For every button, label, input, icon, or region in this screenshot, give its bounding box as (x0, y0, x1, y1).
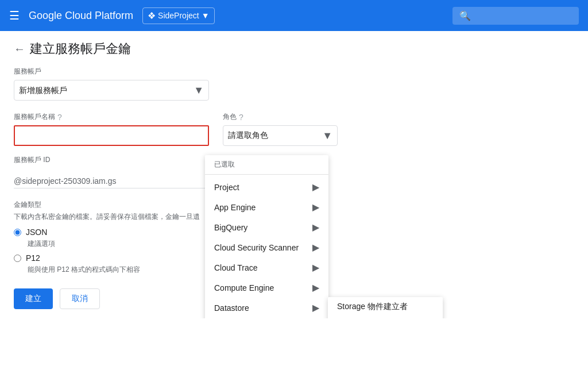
chevron-right-icon: ▶ (312, 222, 319, 233)
p12-radio[interactable] (14, 255, 21, 262)
page-content: ← 建立服務帳戶金鑰 服務帳戶 新增服務帳戶 ▼ 服務帳戶名稱 ? 服務帳戶 I… (0, 31, 588, 318)
dropdown-item-project-label: Project (214, 183, 239, 192)
p12-label: P12 (26, 253, 40, 263)
service-account-select[interactable]: 新增服務帳戶 ▼ (14, 80, 209, 101)
name-input-wrapper (14, 125, 209, 146)
dropdown-item-appengine-label: App Engine (214, 203, 256, 212)
service-account-section: 服務帳戶 新增服務帳戶 ▼ (14, 67, 574, 101)
project-dropdown-arrow: ▼ (202, 11, 210, 20)
menu-icon[interactable]: ☰ (9, 9, 20, 22)
service-account-dropdown[interactable]: 新增服務帳戶 (19, 86, 204, 95)
search-bar[interactable]: 🔍 (452, 7, 579, 25)
chevron-right-icon: ▶ (312, 282, 319, 293)
name-help-icon[interactable]: ? (57, 113, 62, 122)
json-radio[interactable] (14, 229, 21, 236)
sub-dropdown-menu: Storage 物件建立者 Storage 管理員 儲存空間 HMAC 金鑰管理… (328, 297, 443, 318)
name-input[interactable] (20, 131, 203, 140)
dropdown-item-compute-engine[interactable]: Compute Engine ▶ (205, 278, 328, 298)
search-icon: 🔍 (459, 10, 471, 21)
service-account-label: 服務帳戶 (14, 67, 574, 76)
dropdown-item-iam[interactable]: IAM ▶ (205, 318, 328, 318)
dropdown-item-bigquery[interactable]: BigQuery ▶ (205, 217, 328, 237)
dropdown-item-bigquery-label: BigQuery (214, 223, 247, 232)
name-field-label: 服務帳戶名稱 ? (14, 112, 209, 122)
dropdown-item-datastore-label: Datastore (214, 303, 249, 313)
main-dropdown-menu: 已選取 Project ▶ App Engine ▶ BigQuery ▶ Cl… (205, 155, 328, 318)
role-help-icon[interactable]: ? (239, 113, 243, 122)
id-field-label: 服務帳戶 ID (14, 155, 209, 165)
app-logo: Google Cloud Platform (29, 10, 133, 22)
dropdown-item-security-scanner[interactable]: Cloud Security Scanner ▶ (205, 237, 328, 257)
dropdown-item-project[interactable]: Project ▶ (205, 177, 328, 197)
chevron-right-icon: ▶ (312, 242, 319, 253)
topbar: ☰ Google Cloud Platform ❖ SideProject ▼ … (0, 0, 588, 31)
right-column: 角色 ? 請選取角色 ▼ (223, 112, 361, 146)
left-column: 服務帳戶名稱 ? 服務帳戶 ID @sideproject-250309.iam… (14, 112, 209, 188)
cancel-button[interactable]: 取消 (60, 288, 100, 309)
create-button[interactable]: 建立 (14, 288, 53, 309)
chevron-right-icon: ▶ (312, 302, 319, 313)
sub-item-storage-creator[interactable]: Storage 物件建立者 (328, 297, 443, 317)
chevron-right-icon: ▶ (312, 262, 319, 273)
chevron-right-icon: ▶ (312, 202, 319, 213)
id-field-value: @sideproject-250309.iam.gs (14, 174, 209, 188)
project-name: SideProject (158, 11, 199, 20)
back-button[interactable]: ← (14, 43, 25, 56)
sub-item-storage-admin[interactable]: Storage 管理員 (328, 317, 443, 318)
json-label: JSON (26, 228, 47, 237)
dropdown-item-compute-engine-label: Compute Engine (214, 283, 274, 292)
chevron-right-icon: ▶ (312, 182, 319, 192)
role-arrow-icon: ▼ (322, 130, 332, 142)
role-field-label: 角色 ? (223, 112, 361, 122)
dropdown-item-datastore[interactable]: Datastore ▶ (205, 298, 328, 318)
dropdown-divider (205, 174, 328, 175)
dropdown-item-cloud-trace-label: Cloud Trace (214, 263, 257, 272)
project-icon: ❖ (148, 10, 156, 21)
dropdown-section-label: 已選取 (205, 155, 328, 172)
role-select[interactable]: 請選取角色 ▼ (223, 125, 338, 146)
role-placeholder: 請選取角色 (228, 130, 322, 141)
key-type-description: 下載內含私密金鑰的檔案。請妥善保存這個檔案，金鑰一旦遺 (14, 212, 209, 222)
breadcrumb: ← 建立服務帳戶金鑰 (14, 40, 574, 57)
page-title: 建立服務帳戶金鑰 (30, 40, 131, 57)
project-selector[interactable]: ❖ SideProject ▼ (142, 7, 214, 24)
dropdown-item-security-scanner-label: Cloud Security Scanner (214, 243, 299, 252)
dropdown-item-appengine[interactable]: App Engine ▶ (205, 197, 328, 217)
dropdown-item-cloud-trace[interactable]: Cloud Trace ▶ (205, 257, 328, 278)
